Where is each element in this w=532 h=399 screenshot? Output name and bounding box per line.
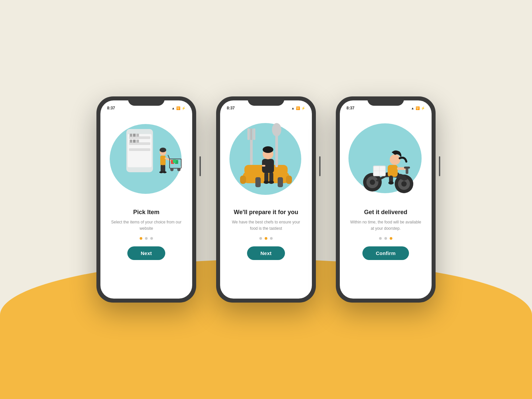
confirm-button[interactable]: Confirm <box>362 246 409 260</box>
svg-point-60 <box>390 154 400 165</box>
svg-rect-11 <box>136 140 139 143</box>
svg-point-18 <box>163 171 167 173</box>
dot-2-2 <box>265 237 267 240</box>
phone-2-notch <box>248 96 284 106</box>
phone-3-side-button <box>439 156 440 176</box>
phone-1-illustration <box>106 116 186 202</box>
dot-3-1 <box>379 237 382 240</box>
svg-rect-26 <box>173 160 176 163</box>
svg-rect-9 <box>130 140 132 143</box>
phone-3-inner: 8:37 ▲ 🛜 ⚡ <box>340 100 432 299</box>
svg-rect-16 <box>163 165 165 172</box>
svg-rect-59 <box>388 165 398 177</box>
phone-2-content: We'll prepare it for you We have the bes… <box>220 112 312 299</box>
next-button-2[interactable]: Next <box>247 246 285 260</box>
svg-point-38 <box>263 146 273 153</box>
dot-3-2 <box>384 237 387 240</box>
wifi-icon: 🛜 <box>176 106 180 110</box>
phone-3-desc: Within no time, the food will be availab… <box>346 219 425 232</box>
phone-2-illustration <box>226 116 306 202</box>
svg-rect-30 <box>286 176 292 184</box>
svg-rect-42 <box>253 128 255 140</box>
phone-1-inner: 8:37 ▲ 🛜 ⚡ <box>100 100 192 299</box>
signal-icon-3: ▲ <box>411 106 414 110</box>
phone-3-time: 8:37 <box>346 106 354 110</box>
svg-rect-14 <box>160 156 166 166</box>
wifi-icon-3: 🛜 <box>416 106 420 110</box>
phone-2-inner: 8:37 ▲ 🛜 ⚡ <box>220 100 312 299</box>
svg-point-22 <box>170 168 174 171</box>
svg-rect-43 <box>250 128 252 140</box>
svg-rect-3 <box>129 136 150 139</box>
dot-2-1 <box>259 237 262 240</box>
phone-1-dots <box>140 237 153 240</box>
phone-1-status-icons: ▲ 🛜 ⚡ <box>172 106 186 110</box>
wifi-icon-2: 🛜 <box>296 106 300 110</box>
dot-1-1 <box>140 237 142 240</box>
signal-icon: ▲ <box>172 106 175 110</box>
phone-3-notch <box>367 96 404 106</box>
phone-2-desc: We have the best chefs to ensure your fo… <box>227 219 305 232</box>
dot-1-3 <box>150 237 153 240</box>
phone-2-status-icons: ▲ 🛜 ⚡ <box>291 106 305 110</box>
phone-1-title: Pick Item <box>133 209 159 216</box>
phone-3-title: Get it delivered <box>364 209 407 216</box>
svg-rect-7 <box>133 134 136 137</box>
svg-rect-5 <box>129 148 150 151</box>
phone-1-time: 8:37 <box>107 106 115 110</box>
battery-icon-2: ⚡ <box>301 106 305 110</box>
svg-point-65 <box>388 181 394 185</box>
phone-1-content: Pick Item Select the items of your choic… <box>100 112 192 299</box>
phone-3: 8:37 ▲ 🛜 ⚡ <box>336 96 436 303</box>
phone-1: 8:37 ▲ 🛜 ⚡ <box>96 96 196 303</box>
next-button-1[interactable]: Next <box>127 246 165 260</box>
svg-rect-8 <box>136 134 139 137</box>
svg-rect-6 <box>130 134 132 137</box>
svg-rect-4 <box>129 142 150 145</box>
phone-2: 8:37 ▲ 🛜 ⚡ <box>216 96 316 303</box>
phone-3-illustration <box>346 116 426 202</box>
svg-point-45 <box>272 123 281 136</box>
phones-container: 8:37 ▲ 🛜 ⚡ <box>96 96 436 303</box>
phone-3-status-icons: ▲ 🛜 ⚡ <box>411 106 425 110</box>
svg-point-13 <box>160 148 166 152</box>
svg-rect-46 <box>255 177 261 187</box>
svg-rect-41 <box>247 128 250 140</box>
phone-1-side-button <box>200 156 201 176</box>
phone-2-time: 8:37 <box>227 106 235 110</box>
phone-2-side-button <box>319 156 321 176</box>
svg-rect-29 <box>240 176 246 184</box>
svg-point-54 <box>401 181 407 187</box>
svg-rect-10 <box>133 140 136 143</box>
phone-2-title: We'll prepare it for you <box>234 209 298 216</box>
battery-icon: ⚡ <box>182 106 186 110</box>
phone-3-dots <box>379 237 392 240</box>
phone-1-notch <box>128 96 165 106</box>
svg-point-51 <box>370 180 375 185</box>
svg-point-34 <box>264 181 269 184</box>
svg-rect-63 <box>404 167 410 169</box>
svg-rect-47 <box>278 177 283 187</box>
svg-point-35 <box>269 181 274 184</box>
dot-3-3 <box>390 237 392 240</box>
svg-rect-39 <box>262 165 265 167</box>
svg-rect-44 <box>275 132 278 167</box>
svg-rect-15 <box>161 165 163 172</box>
phone-2-dots <box>259 237 273 240</box>
dot-2-3 <box>270 237 273 240</box>
signal-icon-2: ▲ <box>291 106 295 110</box>
svg-point-23 <box>177 168 181 171</box>
phone-1-desc: Select the items of your choice from our… <box>107 219 186 232</box>
battery-icon-3: ⚡ <box>421 106 425 110</box>
dot-1-2 <box>145 237 148 240</box>
phone-3-content: Get it delivered Within no time, the foo… <box>340 112 432 299</box>
